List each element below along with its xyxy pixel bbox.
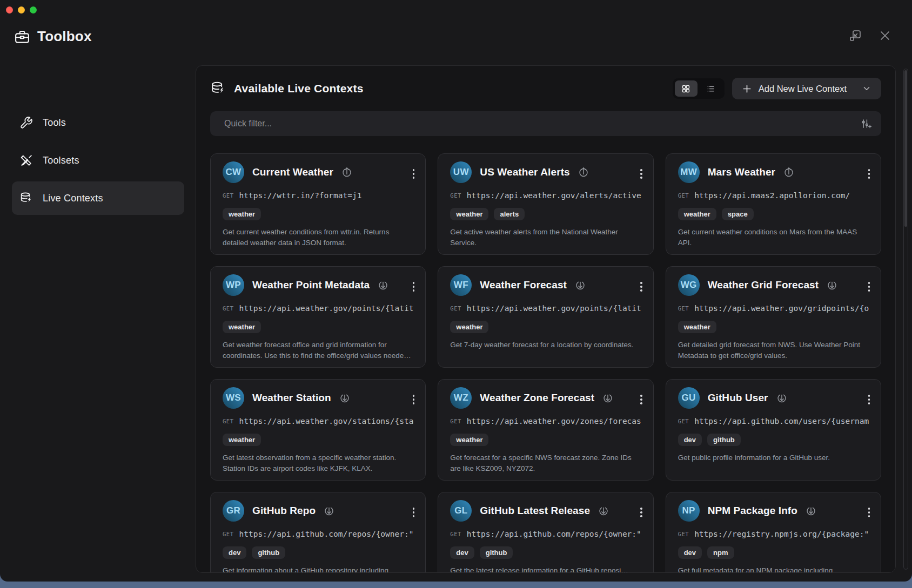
context-card[interactable]: GR GitHub Repo GET https://api.github.co… [210,492,426,573]
card-menu-button[interactable] [410,391,418,408]
http-method-label: GET [678,305,689,312]
card-header: WG Weather Grid Forecast [678,274,869,296]
panel-title: Available Live Contexts [234,82,364,95]
endpoint-row: GET https://api.weather.gov/gridpoints/{… [678,304,869,313]
avatar: UW [450,161,472,183]
card-menu-button[interactable] [410,279,418,295]
tag-pill: alerts [494,208,525,220]
sidebar: Tools Toolsets Live Contexts [12,106,184,215]
avatar: WZ [450,387,472,409]
card-description: Get current weather conditions from wttr… [223,227,413,248]
endpoint-url: https://wttr.in/?format=j1 [239,191,361,200]
http-method-label: GET [223,531,233,537]
endpoint-url: https://api.maas2.apollorion.com/ [694,191,850,200]
transfer-arrow-icon [806,505,816,516]
tag-list: devnpm [678,546,869,559]
avatar: WS [223,387,244,409]
card-header: WP Weather Point Metadata [223,274,413,296]
sidebar-item-live-contexts[interactable]: Live Contexts [12,181,184,215]
quick-filter-input[interactable] [224,119,860,129]
context-card[interactable]: MW Mars Weather GET https://api.maas2.ap… [666,153,881,255]
card-menu-button[interactable] [637,504,646,521]
endpoint-row: GET https://api.weather.gov/alerts/activ… [450,191,641,200]
context-card[interactable]: WP Weather Point Metadata GET https://ap… [210,266,426,368]
avatar: WP [223,274,244,296]
context-card[interactable]: GU GitHub User GET https://api.github.co… [666,379,881,481]
endpoint-url: https://api.weather.gov/alerts/active [467,191,641,200]
minimize-traffic-button[interactable] [18,6,25,13]
http-method-label: GET [223,305,233,312]
zoom-traffic-button[interactable] [30,6,37,13]
http-method-label: GET [450,192,461,199]
endpoint-row: GET https://api.weather.gov/points/{lati… [450,304,641,313]
shrink-window-button[interactable] [847,27,864,44]
card-menu-button[interactable] [410,166,418,182]
tag-list: weather [678,321,869,333]
tag-list: weather [450,321,641,333]
card-description: Get active weather alerts from the Natio… [450,227,641,248]
card-menu-button[interactable] [865,504,874,521]
card-menu-button[interactable] [637,391,646,408]
scrollbar-thumb[interactable] [904,70,907,227]
transfer-arrow-icon [339,393,350,403]
transfer-arrow-icon [324,505,334,516]
card-header: MW Mars Weather [678,161,869,183]
context-card[interactable]: CW Current Weather GET https://wttr.in/?… [210,153,426,255]
context-card[interactable]: WG Weather Grid Forecast GET https://api… [666,266,881,368]
context-card[interactable]: GL GitHub Latest Release GET https://api… [438,492,653,573]
card-menu-button[interactable] [865,166,874,182]
http-method-label: GET [450,531,461,537]
tag-list: weatherspace [678,208,869,220]
card-description: Get information about a GitHub repositor… [223,565,413,573]
card-menu-button[interactable] [865,391,874,408]
http-method-label: GET [223,192,233,199]
avatar: GR [223,500,244,522]
endpoint-row: GET https://api.github.com/repos/{owner:… [450,530,641,538]
context-card[interactable]: WZ Weather Zone Forecast GET https://api… [438,379,653,481]
context-card[interactable]: WF Weather Forecast GET https://api.weat… [438,266,653,368]
scrollbar[interactable] [903,69,908,570]
context-card[interactable]: NP NPM Package Info GET https://registry… [666,492,881,573]
card-menu-button[interactable] [637,166,646,182]
card-title: GitHub Latest Release [480,505,590,517]
transfer-arrow-icon [341,167,352,178]
add-new-live-context-button[interactable]: Add New Live Context [732,78,881,99]
grid-view-button[interactable] [675,80,698,97]
wrench-icon [19,116,33,130]
transfer-arrow-icon [575,280,586,290]
card-menu-button[interactable] [410,504,418,521]
sidebar-item-tools[interactable]: Tools [12,106,184,139]
close-window-button[interactable] [876,27,894,44]
context-card[interactable]: UW US Weather Alerts GET https://api.wea… [438,153,653,255]
card-header: NP NPM Package Info [678,500,869,522]
card-title: NPM Package Info [708,505,797,517]
endpoint-url: https://api.github.com/repos/{owner:"O… [239,530,413,538]
close-traffic-button[interactable] [6,6,13,13]
context-card[interactable]: WS Weather Station GET https://api.weath… [210,379,426,481]
card-description: Get full metadata for an NPM package inc… [678,565,869,573]
avatar: WF [450,274,472,296]
tag-list: weatheralerts [450,208,641,220]
grid-view-icon [681,84,690,93]
filter-sliders-icon[interactable] [860,118,871,129]
app-header: Toolbox [14,28,92,45]
crossed-tools-icon [19,154,33,167]
transfer-arrow-icon [602,393,613,403]
tag-pill: weather [450,321,488,333]
card-header: WZ Weather Zone Forecast [450,387,641,409]
endpoint-row: GET https://api.weather.gov/points/{lati… [223,304,413,313]
card-title: GitHub Repo [252,505,316,517]
http-method-label: GET [450,418,461,424]
endpoint-url: https://api.weather.gov/points/{latitu… [467,304,641,313]
list-view-button[interactable] [700,80,722,97]
transfer-arrow-icon [378,280,388,290]
endpoint-url: https://api.weather.gov/zones/forecast… [467,417,641,425]
avatar: CW [223,161,244,183]
sidebar-item-toolsets[interactable]: Toolsets [12,144,184,177]
card-menu-button[interactable] [865,279,874,295]
card-header: UW US Weather Alerts [450,161,641,183]
transfer-arrow-icon [827,280,837,290]
tag-pill: dev [223,546,246,559]
tag-list: weather [223,208,413,220]
card-menu-button[interactable] [637,279,646,295]
